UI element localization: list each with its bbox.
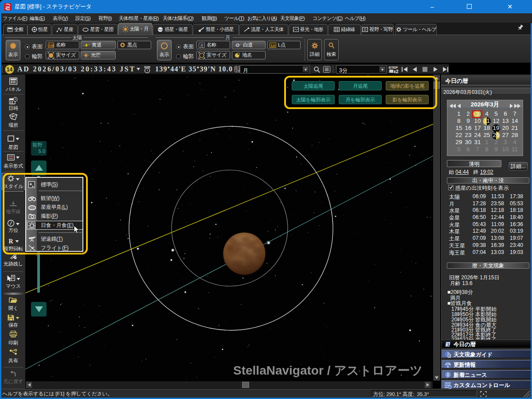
svg-text:1: 1 <box>447 342 449 347</box>
svg-text:SN: SN <box>6 6 10 9</box>
svg-text:太陽: 太陽 <box>48 44 55 47</box>
svg-text:Ln: Ln <box>271 43 275 47</box>
svg-text:x2: x2 <box>393 69 399 74</box>
svg-text:StellaNavigator / アストロアーツ: StellaNavigator / アストロアーツ <box>233 364 422 377</box>
svg-text:月: 月 <box>200 43 203 47</box>
